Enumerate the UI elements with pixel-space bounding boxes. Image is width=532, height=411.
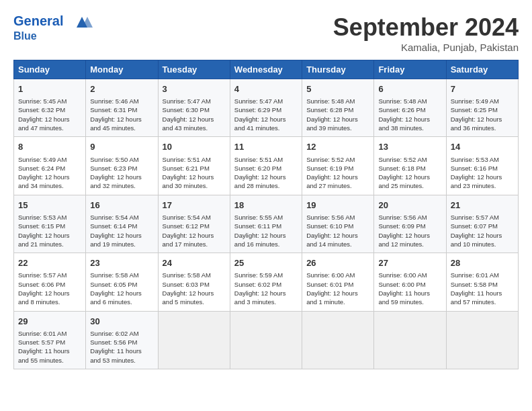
calendar-day-cell: 13Sunrise: 5:52 AMSunset: 6:18 PMDayligh… (374, 137, 446, 195)
day-info: Sunrise: 5:49 AMSunset: 6:24 PMDaylight:… (18, 155, 81, 191)
day-number: 5 (306, 83, 369, 95)
day-info: Sunrise: 5:55 AMSunset: 6:11 PMDaylight:… (234, 213, 298, 248)
day-number: 20 (378, 199, 441, 212)
calendar-day-cell: 21Sunrise: 5:57 AMSunset: 6:07 PMDayligh… (446, 195, 518, 253)
day-number: 29 (18, 316, 81, 328)
calendar-day-cell (446, 311, 518, 369)
day-number: 7 (451, 83, 514, 95)
calendar-day-cell (230, 311, 302, 369)
calendar-day-cell: 15Sunrise: 5:53 AMSunset: 6:15 PMDayligh… (14, 195, 86, 253)
day-number: 28 (451, 257, 514, 269)
calendar-day-cell: 7Sunrise: 5:49 AMSunset: 6:25 PMDaylight… (446, 79, 518, 137)
calendar-day-cell: 19Sunrise: 5:56 AMSunset: 6:10 PMDayligh… (302, 195, 374, 253)
day-info: Sunrise: 5:51 AMSunset: 6:21 PMDaylight:… (163, 155, 226, 191)
calendar-day-cell: 24Sunrise: 5:58 AMSunset: 6:03 PMDayligh… (158, 253, 230, 311)
day-number: 9 (90, 141, 153, 153)
day-info: Sunrise: 5:54 AMSunset: 6:12 PMDaylight:… (163, 213, 226, 248)
day-info: Sunrise: 5:53 AMSunset: 6:15 PMDaylight:… (18, 213, 81, 248)
day-number: 4 (234, 83, 298, 95)
calendar-week-row: 22Sunrise: 5:57 AMSunset: 6:06 PMDayligh… (14, 253, 519, 311)
calendar-day-cell: 22Sunrise: 5:57 AMSunset: 6:06 PMDayligh… (14, 253, 86, 311)
day-number: 19 (306, 199, 369, 212)
calendar-day-cell: 2Sunrise: 5:46 AMSunset: 6:31 PMDaylight… (86, 79, 158, 137)
calendar-day-header: Thursday (302, 60, 374, 79)
calendar-week-row: 8Sunrise: 5:49 AMSunset: 6:24 PMDaylight… (14, 137, 519, 195)
day-number: 22 (18, 257, 81, 269)
location-title: Kamalia, Punjab, Pakistan (333, 42, 519, 53)
day-info: Sunrise: 6:02 AMSunset: 5:56 PMDaylight:… (90, 329, 153, 365)
calendar-day-header: Friday (374, 60, 446, 79)
calendar-day-cell: 9Sunrise: 5:50 AMSunset: 6:23 PMDaylight… (86, 137, 158, 195)
title-block: September 2024 Kamalia, Punjab, Pakistan (333, 13, 519, 53)
day-number: 10 (163, 141, 226, 153)
day-info: Sunrise: 5:53 AMSunset: 6:16 PMDaylight:… (451, 155, 514, 191)
day-number: 16 (90, 199, 153, 212)
calendar-day-cell: 28Sunrise: 6:01 AMSunset: 5:58 PMDayligh… (446, 253, 518, 311)
calendar-day-cell: 8Sunrise: 5:49 AMSunset: 6:24 PMDaylight… (14, 137, 86, 195)
day-number: 12 (306, 141, 369, 153)
calendar-day-header: Sunday (14, 60, 86, 79)
calendar-day-cell: 11Sunrise: 5:51 AMSunset: 6:20 PMDayligh… (230, 137, 302, 195)
calendar-day-cell: 1Sunrise: 5:45 AMSunset: 6:32 PMDaylight… (14, 79, 86, 137)
calendar-body: 1Sunrise: 5:45 AMSunset: 6:32 PMDaylight… (14, 79, 519, 369)
day-number: 17 (163, 199, 226, 212)
day-number: 13 (378, 141, 441, 153)
calendar-day-cell: 16Sunrise: 5:54 AMSunset: 6:14 PMDayligh… (86, 195, 158, 253)
day-info: Sunrise: 6:01 AMSunset: 5:57 PMDaylight:… (18, 329, 81, 365)
calendar-day-header: Monday (86, 60, 158, 79)
day-info: Sunrise: 5:59 AMSunset: 6:02 PMDaylight:… (234, 271, 298, 306)
calendar-day-cell: 12Sunrise: 5:52 AMSunset: 6:19 PMDayligh… (302, 137, 374, 195)
day-info: Sunrise: 5:47 AMSunset: 6:29 PMDaylight:… (234, 97, 298, 132)
day-info: Sunrise: 5:51 AMSunset: 6:20 PMDaylight:… (234, 155, 298, 191)
day-number: 26 (306, 257, 369, 269)
day-number: 15 (18, 199, 81, 212)
calendar-day-cell: 14Sunrise: 5:53 AMSunset: 6:16 PMDayligh… (446, 137, 518, 195)
day-info: Sunrise: 5:46 AMSunset: 6:31 PMDaylight:… (90, 97, 153, 132)
day-info: Sunrise: 5:48 AMSunset: 6:28 PMDaylight:… (306, 97, 369, 132)
calendar-day-header: Wednesday (230, 60, 302, 79)
calendar-day-cell: 10Sunrise: 5:51 AMSunset: 6:21 PMDayligh… (158, 137, 230, 195)
day-info: Sunrise: 5:57 AMSunset: 6:07 PMDaylight:… (451, 213, 514, 248)
month-title: September 2024 (333, 13, 519, 42)
day-info: Sunrise: 5:48 AMSunset: 6:26 PMDaylight:… (378, 97, 441, 132)
calendar-day-header: Tuesday (158, 60, 230, 79)
day-number: 1 (18, 83, 81, 95)
day-info: Sunrise: 5:54 AMSunset: 6:14 PMDaylight:… (90, 213, 153, 248)
day-number: 18 (234, 199, 298, 212)
day-number: 27 (378, 257, 441, 269)
calendar-day-cell: 20Sunrise: 5:56 AMSunset: 6:09 PMDayligh… (374, 195, 446, 253)
day-number: 8 (18, 141, 81, 153)
day-info: Sunrise: 5:52 AMSunset: 6:18 PMDaylight:… (378, 155, 441, 191)
calendar-table: SundayMondayTuesdayWednesdayThursdayFrid… (13, 60, 519, 369)
logo-subtext: Blue (13, 30, 94, 42)
day-number: 24 (163, 257, 226, 269)
calendar-day-header: Saturday (446, 60, 518, 79)
page-header: General Blue September 2024 Kamalia, Pun… (13, 13, 519, 53)
day-info: Sunrise: 5:50 AMSunset: 6:23 PMDaylight:… (90, 155, 153, 191)
day-info: Sunrise: 5:45 AMSunset: 6:32 PMDaylight:… (18, 97, 81, 132)
day-info: Sunrise: 5:47 AMSunset: 6:30 PMDaylight:… (163, 97, 226, 132)
day-info: Sunrise: 5:52 AMSunset: 6:19 PMDaylight:… (306, 155, 369, 191)
day-info: Sunrise: 5:49 AMSunset: 6:25 PMDaylight:… (451, 97, 514, 132)
day-number: 11 (234, 141, 298, 153)
day-info: Sunrise: 6:00 AMSunset: 6:01 PMDaylight:… (306, 271, 369, 306)
day-info: Sunrise: 6:00 AMSunset: 6:00 PMDaylight:… (378, 271, 441, 306)
day-number: 21 (451, 199, 514, 212)
day-info: Sunrise: 5:56 AMSunset: 6:10 PMDaylight:… (306, 213, 369, 248)
calendar-day-cell (158, 311, 230, 369)
logo: General Blue (13, 13, 94, 42)
calendar-day-cell: 3Sunrise: 5:47 AMSunset: 6:30 PMDaylight… (158, 79, 230, 137)
day-info: Sunrise: 5:58 AMSunset: 6:03 PMDaylight:… (163, 271, 226, 306)
calendar-day-cell: 26Sunrise: 6:00 AMSunset: 6:01 PMDayligh… (302, 253, 374, 311)
calendar-day-cell (374, 311, 446, 369)
day-info: Sunrise: 5:56 AMSunset: 6:09 PMDaylight:… (378, 213, 441, 248)
calendar-week-row: 1Sunrise: 5:45 AMSunset: 6:32 PMDaylight… (14, 79, 519, 137)
calendar-day-cell: 18Sunrise: 5:55 AMSunset: 6:11 PMDayligh… (230, 195, 302, 253)
calendar-day-cell (302, 311, 374, 369)
calendar-day-cell: 27Sunrise: 6:00 AMSunset: 6:00 PMDayligh… (374, 253, 446, 311)
day-number: 14 (451, 141, 514, 153)
calendar-week-row: 15Sunrise: 5:53 AMSunset: 6:15 PMDayligh… (14, 195, 519, 253)
day-number: 30 (90, 316, 153, 328)
day-number: 23 (90, 257, 153, 269)
day-number: 6 (378, 83, 441, 95)
